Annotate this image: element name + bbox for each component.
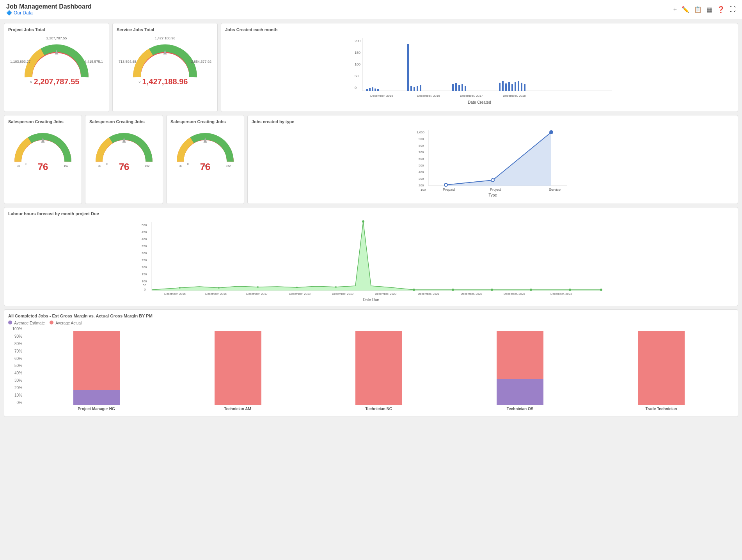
svg-marker-88	[152, 222, 601, 291]
svg-text:200: 200	[419, 184, 424, 187]
svg-point-90	[218, 287, 220, 289]
svg-text:150: 150	[142, 273, 147, 276]
database-icon: 🔷	[6, 10, 12, 16]
bar-5	[596, 331, 726, 405]
bar-3-actual	[355, 331, 402, 405]
svg-text:December, 2016: December, 2016	[205, 292, 227, 296]
svg-text:152: 152	[226, 165, 231, 168]
svg-rect-25	[465, 86, 466, 91]
project-jobs-gauge: 2,207,787.55 1,103,893.77 4,415,575.1 0 …	[8, 34, 105, 97]
bar-3	[314, 331, 444, 405]
bar-2-stack	[215, 331, 261, 405]
legend-item-estimate: Average Estimate	[8, 321, 45, 325]
grid-icon[interactable]: ▦	[706, 6, 712, 13]
x-label-4: Technician OS	[455, 407, 585, 411]
svg-rect-23	[458, 85, 460, 91]
svg-text:December, 2022: December, 2022	[461, 292, 482, 296]
svg-text:December, 2018: December, 2018	[289, 292, 311, 296]
salesperson-1-value: 76	[38, 161, 48, 172]
jobs-created-month-card: Jobs Created each month 200 150 100 50 0	[221, 23, 738, 112]
y-50: 50%	[8, 363, 22, 368]
add-icon[interactable]: +	[673, 6, 677, 13]
copy-icon[interactable]: 📋	[694, 6, 702, 13]
svg-text:December, 2016: December, 2016	[417, 94, 440, 97]
estimate-dot	[8, 321, 12, 324]
bar-4	[455, 331, 585, 405]
row-4: All Completed Jobs - Est Gross Margin vs…	[4, 309, 738, 417]
y-30: 30%	[8, 378, 22, 383]
edit-icon[interactable]: ✏️	[682, 6, 689, 13]
y-40: 40%	[8, 371, 22, 375]
svg-text:200: 200	[142, 266, 147, 269]
bar-2	[173, 331, 303, 405]
bars-area: Project Manager HG Technician AM Technic…	[24, 327, 734, 413]
svg-text:400: 400	[142, 237, 147, 241]
bar-1-stack	[73, 331, 120, 405]
service-jobs-card: Service Jobs Total 1,427,188.96 713,594.…	[112, 23, 218, 112]
help-icon[interactable]: ❓	[717, 6, 725, 13]
project-jobs-right-label: 4,415,575.1	[84, 60, 103, 64]
bars-container	[24, 327, 734, 405]
svg-text:300: 300	[142, 252, 147, 255]
svg-text:400: 400	[419, 170, 424, 174]
svg-rect-22	[455, 83, 457, 91]
svg-point-99	[569, 289, 571, 291]
svg-text:152: 152	[145, 165, 149, 168]
svg-rect-19	[417, 86, 418, 91]
salesperson-2-title: Salesperson Creating Jobs	[89, 119, 159, 124]
jobs-created-month-chart: 200 150 100 50 0	[225, 34, 734, 106]
svg-rect-11	[366, 89, 368, 91]
bar-1-estimate	[73, 390, 120, 405]
svg-text:350: 350	[142, 245, 147, 248]
expand-icon[interactable]: ⛶	[730, 6, 736, 13]
gross-margin-legend: Average Estimate Average Actual	[8, 321, 734, 325]
service-jobs-gauge: 1,427,188.96 713,594.48 2,854,377.92 0 1…	[117, 34, 213, 97]
svg-rect-33	[521, 83, 522, 91]
svg-text:200: 200	[355, 39, 360, 43]
svg-marker-67	[446, 132, 551, 186]
svg-rect-21	[452, 84, 454, 91]
svg-rect-30	[511, 84, 513, 91]
svg-point-96	[452, 289, 454, 291]
svg-text:500: 500	[142, 223, 147, 227]
svg-rect-31	[515, 82, 516, 91]
svg-rect-13	[372, 87, 373, 91]
svg-rect-15	[377, 89, 379, 91]
y-20: 20%	[8, 386, 22, 390]
dashboard: Project Jobs Total 2,207,787.55 1,103,89…	[0, 19, 742, 421]
svg-point-95	[413, 289, 415, 291]
salesperson-2-gauge: 76 38 152 0 76	[89, 126, 159, 185]
svg-text:100: 100	[142, 280, 147, 283]
svg-text:December, 2018: December, 2018	[503, 94, 526, 97]
y-60: 60%	[8, 356, 22, 361]
svg-rect-27	[502, 81, 504, 91]
gross-margin-card: All Completed Jobs - Est Gross Margin vs…	[4, 309, 738, 417]
bar-4-estimate	[497, 379, 543, 405]
svg-rect-16	[407, 44, 409, 91]
svg-text:50: 50	[143, 284, 146, 287]
bar-2-actual	[215, 331, 261, 405]
svg-text:December, 2023: December, 2023	[504, 292, 525, 296]
svg-text:0: 0	[106, 163, 108, 166]
svg-text:700: 700	[419, 151, 424, 154]
svg-text:December, 2017: December, 2017	[246, 292, 268, 296]
svg-text:December, 2021: December, 2021	[418, 292, 439, 296]
labour-hours-title: Labour hours forecast by month project D…	[8, 211, 734, 216]
x-label-1: Project Manager HG	[32, 407, 161, 411]
legend-item-actual: Average Actual	[50, 321, 82, 325]
bar-5-actual	[638, 331, 685, 405]
salesperson-2-card: Salesperson Creating Jobs 76 38 152 0 76	[85, 115, 163, 204]
bar-4-actual	[497, 331, 543, 379]
gross-margin-chart-wrapper: 100% 90% 80% 70% 60% 50% 40% 30% 20% 10%…	[8, 327, 734, 413]
bar-4-stack	[497, 331, 543, 405]
svg-text:0: 0	[144, 288, 146, 291]
labour-hours-x-label: Date Due	[8, 298, 734, 302]
svg-text:0: 0	[30, 80, 32, 83]
row-2: Salesperson Creating Jobs 76 38 152 0 76…	[4, 115, 738, 204]
svg-text:38: 38	[98, 165, 101, 168]
project-jobs-title: Project Jobs Total	[8, 27, 105, 32]
svg-text:Type: Type	[488, 193, 497, 197]
svg-text:900: 900	[419, 137, 424, 141]
y-70: 70%	[8, 349, 22, 353]
svg-text:300: 300	[419, 177, 424, 181]
